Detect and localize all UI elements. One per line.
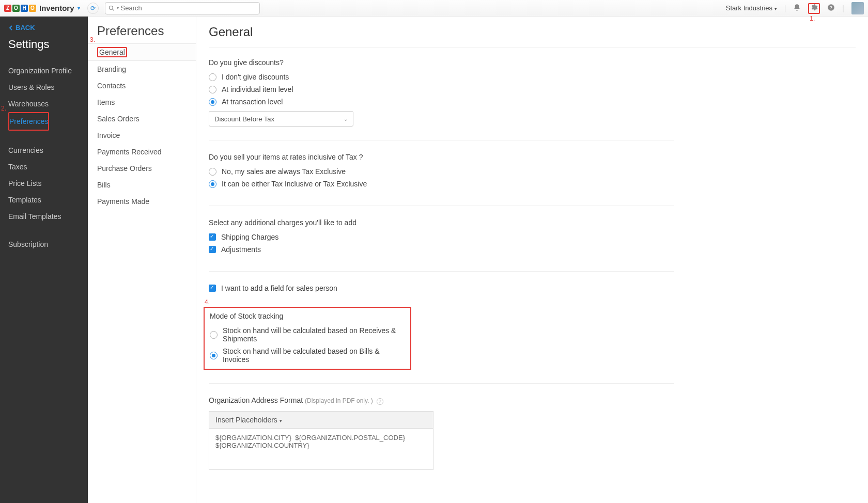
pref-tab-bills[interactable]: Bills [88, 177, 196, 193]
pref-col-title: Preferences [88, 24, 196, 43]
sidebar-item-warehouses[interactable]: Warehouses [8, 96, 80, 112]
pref-tab-branding[interactable]: Branding [88, 61, 196, 77]
annotation-4: 4. [205, 298, 210, 306]
search-scope-caret-icon[interactable]: ▾ [117, 6, 119, 10]
charges-question: Select any additional charges you'll lik… [209, 218, 674, 227]
shipping-charges-label: Shipping Charges [221, 233, 278, 241]
sidebar-item-currencies[interactable]: Currencies [8, 142, 80, 159]
sidebar-title: Settings [8, 38, 80, 51]
pref-tab-payments-received[interactable]: Payments Received [88, 144, 196, 160]
discount-opt-item-radio[interactable] [209, 86, 216, 93]
pref-tab-payments-made[interactable]: Payments Made [88, 193, 196, 210]
pref-tab-items[interactable]: Items [88, 94, 196, 111]
back-label: BACK [16, 24, 35, 32]
stock-opt-bills-label: Stock on hand will be calculated based o… [223, 347, 405, 364]
discount-tax-select[interactable]: Discount Before Tax ⌄ [209, 111, 353, 127]
insert-placeholders-label: Insert Placeholders [215, 416, 277, 424]
search-box[interactable]: ▾ [105, 2, 260, 14]
tax-question: Do you sell your items at rates inclusiv… [209, 153, 674, 161]
refresh-icon: ⟳ [90, 5, 96, 12]
address-format-textarea[interactable]: ${ORGANIZATION.CITY} ${ORGANIZATION.POST… [209, 429, 433, 470]
adjustments-checkbox[interactable] [209, 246, 216, 253]
chevron-left-icon [8, 25, 13, 30]
adjustments-label: Adjustments [221, 245, 261, 254]
discount-opt-transaction-label: At transaction level [222, 98, 283, 106]
tax-opt-exclusive-radio[interactable] [209, 168, 216, 176]
pref-tab-sales-orders[interactable]: Sales Orders [88, 111, 196, 127]
discount-opt-none-label: I don't give discounts [222, 73, 289, 81]
page-title: General [209, 25, 856, 48]
refresh-button[interactable]: ⟳ [87, 3, 99, 14]
stock-opt-bills-radio[interactable] [210, 352, 218, 359]
addr-format-sublabel: (Displayed in PDF only. ) [305, 397, 373, 404]
help-icon[interactable]: ? [827, 4, 835, 13]
sidebar-item-price-lists[interactable]: Price Lists [8, 175, 80, 192]
sidebar-item-email-templates[interactable]: Email Templates [8, 208, 80, 225]
annotation-3: 3. [90, 36, 95, 43]
discount-opt-transaction-radio[interactable] [209, 98, 216, 106]
notifications-icon[interactable] [793, 4, 801, 13]
stock-question: Mode of Stock tracking [210, 312, 405, 320]
discount-opt-none-radio[interactable] [209, 73, 216, 81]
svg-line-1 [112, 9, 114, 10]
help-tooltip-icon[interactable]: ? [377, 398, 383, 405]
sidebar-item-subscription[interactable]: Subscription [8, 236, 80, 253]
stock-opt-receives-radio[interactable] [210, 331, 218, 339]
search-icon [109, 5, 115, 11]
insert-placeholders-button[interactable]: Insert Placeholders▾ [209, 411, 433, 429]
sidebar-item-templates[interactable]: Templates [8, 192, 80, 208]
sidebar-item-taxes[interactable]: Taxes [8, 159, 80, 175]
pref-tab-contacts[interactable]: Contacts [88, 77, 196, 94]
pref-tab-general[interactable]: General [88, 43, 196, 61]
chevron-down-icon: ⌄ [344, 116, 348, 122]
pref-tab-purchase-orders[interactable]: Purchase Orders [88, 160, 196, 177]
pref-tab-invoice[interactable]: Invoice [88, 127, 196, 144]
tax-opt-either-radio[interactable] [209, 180, 216, 188]
org-name: Stark Industries [726, 4, 772, 12]
salesperson-checkbox[interactable] [209, 285, 216, 292]
tax-opt-either-label: It can be either Tax Inclusive or Tax Ex… [222, 180, 367, 188]
user-avatar[interactable] [851, 2, 864, 14]
salesperson-label: I want to add a field for sales person [221, 284, 337, 292]
app-logo[interactable]: ZOHO Inventory ▾ [4, 4, 80, 12]
annotation-2: 2. [1, 105, 6, 112]
annotation-1: 1. [810, 15, 815, 22]
tax-opt-exclusive-label: No, my sales are always Tax Exclusive [222, 167, 346, 176]
caret-down-icon: ▾ [280, 418, 282, 423]
org-caret-icon: ▾ [774, 6, 777, 11]
brand-name: Inventory [39, 4, 74, 12]
stock-opt-receives-label: Stock on hand will be calculated based o… [223, 326, 405, 343]
back-button[interactable]: BACK [8, 24, 80, 32]
brand-caret-icon[interactable]: ▾ [78, 5, 80, 11]
discounts-question: Do you give discounts? [209, 58, 674, 67]
sidebar-item-users-roles[interactable]: Users & Roles [8, 79, 80, 96]
discount-opt-item-label: At individual item level [222, 85, 293, 93]
sidebar-item-org-profile[interactable]: Organization Profile [8, 62, 80, 79]
org-switcher[interactable]: Stark Industries ▾ [726, 4, 777, 12]
svg-point-0 [109, 6, 113, 9]
sidebar-item-preferences[interactable]: Preferences [8, 112, 49, 131]
search-input[interactable] [121, 4, 256, 12]
settings-gear-icon[interactable] [808, 3, 820, 14]
addr-format-label: Organization Address Format (Displayed i… [209, 396, 674, 405]
svg-text:?: ? [830, 5, 832, 10]
discount-tax-select-value: Discount Before Tax [214, 115, 274, 123]
shipping-charges-checkbox[interactable] [209, 233, 216, 241]
